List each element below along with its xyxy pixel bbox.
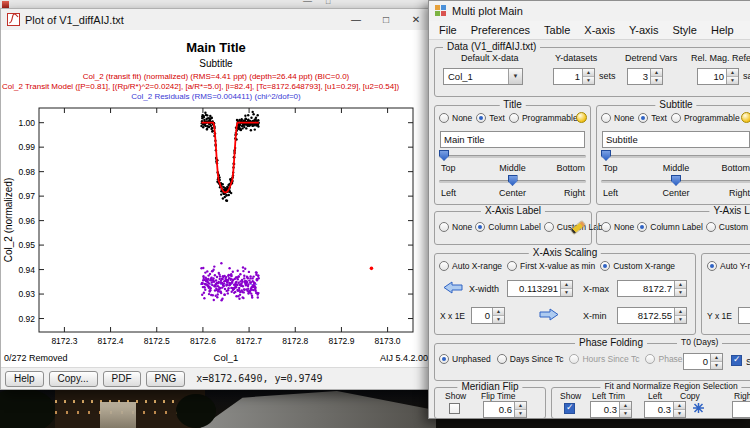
copy-button[interactable]: Copy... — [49, 371, 98, 387]
subtitle-text-radio[interactable]: Text — [638, 113, 667, 123]
wand-icon[interactable] — [741, 112, 750, 123]
left-trim-spinner[interactable]: 0.3 — [590, 401, 632, 418]
title-programmable-radio[interactable]: Programmable — [509, 113, 578, 123]
title-text-field[interactable]: Main Title — [440, 131, 585, 148]
x-label-none-radio[interactable]: None — [439, 222, 472, 232]
x-tick-label: 8172.4 — [98, 336, 124, 346]
t0-spinner[interactable]: 0 — [683, 353, 723, 370]
spinner-up-icon[interactable] — [711, 354, 722, 362]
spinner-down-icon[interactable] — [651, 77, 662, 84]
default-x-combo[interactable]: Col_1 — [443, 68, 523, 85]
first-x-value-radio[interactable]: First X-value as min — [507, 261, 595, 271]
spinner-up-icon[interactable] — [561, 281, 572, 289]
title-text-radio[interactable]: Text — [476, 113, 505, 123]
residual-point — [212, 277, 214, 279]
flip-time-spinner[interactable]: 0.6 — [483, 401, 527, 418]
minimize-button[interactable]: — — [341, 9, 371, 30]
subtitle-programmable-radio[interactable]: Programmable — [671, 113, 740, 123]
subtitle-horizontal-align-slider[interactable] — [600, 175, 750, 187]
slider-thumb[interactable] — [601, 150, 611, 161]
meridian-show-checkbox[interactable] — [449, 403, 460, 414]
hours-since-tc-radio[interactable]: Hours Since Tc — [569, 354, 639, 364]
help-button[interactable]: Help — [5, 371, 44, 387]
right-trim-spinner[interactable] — [732, 401, 750, 418]
spinner-down-icon[interactable] — [675, 316, 686, 323]
main-window-titlebar[interactable]: Multi plot Main — [429, 1, 750, 21]
combo-arrow-icon[interactable] — [508, 69, 522, 84]
spinner-down-icon[interactable] — [620, 410, 631, 417]
left-spinner[interactable]: 0.3 — [644, 401, 686, 418]
spinner-up-icon[interactable] — [674, 402, 685, 410]
y-datasets-spinner[interactable]: 1 — [553, 68, 595, 85]
x-width-spinner[interactable]: 0.113291 — [507, 280, 573, 297]
subtitle-none-radio[interactable]: None — [601, 113, 634, 123]
slider-thumb[interactable] — [508, 175, 518, 186]
spinner-up-icon[interactable] — [515, 402, 526, 410]
subtitle-text-field[interactable]: Subtitle — [602, 131, 750, 148]
menu-table[interactable]: Table — [537, 22, 577, 38]
spinner-up-icon[interactable] — [675, 281, 686, 289]
maximize-button[interactable]: □ — [371, 9, 401, 30]
y-label-custom-radio[interactable]: Custom Label — [706, 222, 750, 232]
close-button[interactable]: ✕ — [401, 9, 431, 30]
phase-radio[interactable]: Phase — [645, 354, 682, 364]
spinner-down-icon[interactable] — [515, 410, 526, 417]
wand-icon[interactable] — [576, 112, 587, 123]
menu-file[interactable]: File — [432, 22, 464, 38]
spinner-up-icon[interactable] — [493, 308, 504, 316]
sync-checkbox[interactable] — [731, 355, 742, 366]
spinner-down-icon[interactable] — [583, 77, 594, 84]
spinner-up-icon[interactable] — [583, 69, 594, 77]
y-label-column-radio[interactable]: Column Label — [637, 222, 702, 232]
spinner-down-icon[interactable] — [727, 77, 738, 84]
auto-y-range-radio[interactable]: Auto Y-range — [707, 261, 750, 271]
fit-show-checkbox[interactable] — [564, 403, 575, 414]
residual-point — [242, 285, 244, 287]
slider-thumb[interactable] — [671, 175, 681, 186]
spinner-up-icon[interactable] — [651, 69, 662, 77]
menu-preferences[interactable]: Preferences — [464, 22, 537, 38]
menu-help[interactable]: Help — [704, 22, 741, 38]
spinner-up-icon[interactable] — [675, 308, 686, 316]
spinner-down-icon[interactable] — [675, 289, 686, 296]
maximize-icon[interactable]: □ — [326, 0, 330, 5]
spinner-up-icon[interactable] — [620, 402, 631, 410]
title-vertical-position-slider[interactable] — [438, 150, 587, 162]
y-mult-spinner[interactable]: 0 — [738, 307, 750, 324]
days-since-tc-radio[interactable]: Days Since Tc — [497, 354, 564, 364]
detrend-vars-spinner[interactable]: 3 — [627, 68, 663, 85]
x-label-column-radio[interactable]: Column Label — [475, 222, 540, 232]
pdf-button[interactable]: PDF — [103, 371, 141, 387]
spinner-down-icon[interactable] — [493, 316, 504, 323]
y-label-none-radio[interactable]: None — [601, 222, 634, 232]
title-none-radio[interactable]: None — [439, 113, 472, 123]
menu-style[interactable]: Style — [665, 22, 703, 38]
relmag-spinner[interactable]: 10 — [697, 68, 739, 85]
subtitle-vertical-position-slider[interactable] — [600, 150, 750, 162]
png-button[interactable]: PNG — [146, 371, 186, 387]
minimize-icon[interactable]: — — [303, 0, 312, 6]
x-mult-spinner[interactable]: 0 — [471, 307, 505, 324]
radio-label: Text — [651, 113, 667, 123]
x-max-spinner[interactable]: 8172.7 — [617, 280, 687, 297]
auto-x-range-radio[interactable]: Auto X-range — [439, 261, 502, 271]
copy-left-arrow-icon[interactable] — [443, 281, 463, 294]
unphased-radio[interactable]: Unphased — [439, 354, 491, 364]
menu-x-axis[interactable]: X-axis — [577, 22, 622, 38]
menu-y-axis[interactable]: Y-axis — [622, 22, 666, 38]
chart-canvas[interactable]: Main TitleSubtitleCol_2 (transit fit) (n… — [1, 30, 431, 367]
copy-values-icon[interactable] — [692, 402, 705, 414]
spinner-down-icon[interactable] — [561, 289, 572, 296]
copy-right-arrow-icon[interactable] — [539, 308, 559, 321]
x-axis-title: Col_1 — [214, 352, 239, 363]
slider-thumb[interactable] — [439, 150, 449, 161]
title-horizontal-align-slider[interactable] — [438, 175, 587, 187]
custom-x-range-radio[interactable]: Custom X-range — [600, 261, 675, 271]
spinner-up-icon[interactable] — [727, 69, 738, 77]
flux-point — [245, 118, 247, 120]
residual-point — [238, 298, 240, 300]
spinner-down-icon[interactable] — [674, 410, 685, 417]
x-min-spinner[interactable]: 8172.55 — [617, 307, 687, 324]
spinner-down-icon[interactable] — [711, 362, 722, 369]
plot-window-titlebar[interactable]: Plot of V1_diffAIJ.txt — □ ✕ — [1, 9, 431, 30]
